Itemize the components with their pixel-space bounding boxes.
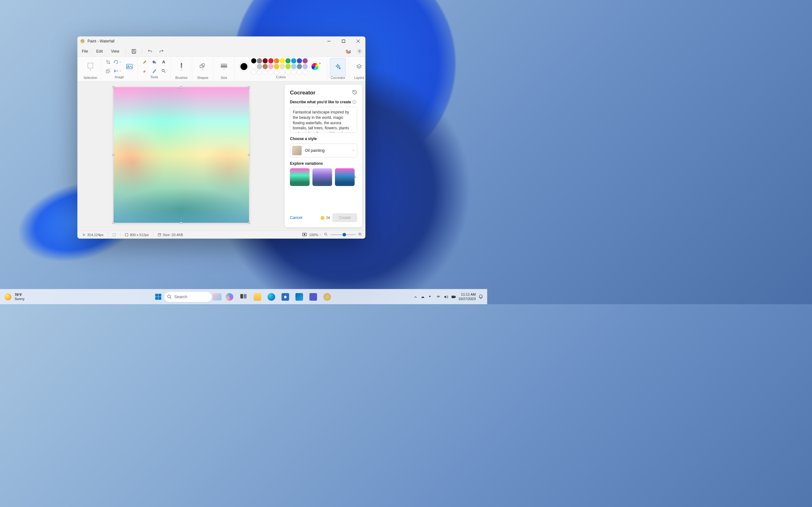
resize-handle[interactable]	[113, 86, 114, 88]
system-tray[interactable]: ☁ ✦	[413, 295, 456, 299]
variation-thumbnail[interactable]	[312, 168, 332, 186]
minimize-button[interactable]	[322, 37, 336, 46]
color-swatch[interactable]	[303, 58, 308, 63]
color-swatch[interactable]	[274, 58, 279, 63]
image-import-tool[interactable]	[124, 59, 135, 74]
empty-swatch[interactable]	[297, 70, 302, 75]
taskbar-weather[interactable]: 78°F Sunny	[0, 293, 24, 300]
empty-swatch[interactable]	[286, 70, 291, 75]
prompt-textarea[interactable]	[290, 107, 357, 133]
language-icon[interactable]: ✦	[428, 295, 433, 299]
color-swatch[interactable]	[286, 64, 291, 69]
empty-swatch[interactable]	[268, 70, 273, 75]
chevron-up-icon[interactable]	[413, 295, 418, 299]
menu-edit[interactable]: Edit	[93, 48, 106, 55]
fill-tool[interactable]	[150, 58, 159, 66]
resize-handle[interactable]	[248, 154, 250, 156]
zoom-slider[interactable]	[331, 234, 356, 235]
wifi-icon[interactable]	[436, 295, 441, 299]
titlebar[interactable]: Paint - Waterfall	[78, 37, 365, 46]
color-swatch[interactable]	[280, 64, 285, 69]
taskbar-store[interactable]	[280, 291, 292, 303]
menu-file[interactable]: File	[79, 48, 91, 55]
start-button[interactable]	[154, 293, 162, 301]
empty-swatch[interactable]	[280, 70, 285, 75]
resize-handle[interactable]	[248, 86, 250, 88]
shapes-tool[interactable]	[195, 58, 211, 76]
crop-tool[interactable]	[104, 58, 113, 66]
history-button[interactable]	[352, 90, 357, 96]
current-color[interactable]	[239, 62, 249, 71]
taskbar-teams[interactable]	[307, 291, 319, 303]
onedrive-icon[interactable]: ☁	[421, 295, 425, 299]
info-icon[interactable]: i	[352, 100, 356, 104]
size-tool[interactable]	[216, 58, 232, 76]
color-swatch[interactable]	[297, 64, 302, 69]
color-swatch[interactable]	[274, 64, 279, 69]
color-swatch[interactable]	[303, 64, 308, 69]
taskbar-edge[interactable]	[265, 291, 277, 303]
pencil-tool[interactable]	[140, 58, 149, 66]
zoom-level[interactable]: 100%	[309, 233, 322, 237]
color-swatch[interactable]	[291, 58, 296, 63]
color-swatch[interactable]	[251, 64, 256, 69]
fit-to-window[interactable]	[302, 233, 307, 237]
rotate-tool[interactable]	[113, 58, 122, 66]
empty-swatch[interactable]	[263, 70, 268, 75]
layers-button[interactable]	[351, 58, 365, 76]
zoom-out[interactable]	[324, 233, 328, 237]
copilot-button[interactable]: 🐿️	[343, 47, 353, 55]
resize-handle[interactable]	[180, 86, 182, 88]
battery-icon[interactable]	[451, 295, 456, 299]
color-swatch[interactable]	[257, 58, 262, 63]
resize-handle[interactable]	[113, 154, 114, 156]
color-swatch[interactable]	[263, 64, 268, 69]
taskbar-outlook[interactable]	[293, 291, 305, 303]
color-swatch[interactable]	[263, 58, 268, 63]
color-picker-tool[interactable]	[150, 67, 159, 75]
color-swatch[interactable]	[291, 64, 296, 69]
taskbar-taskview[interactable]	[238, 291, 250, 303]
color-swatch[interactable]	[297, 58, 302, 63]
color-wheel[interactable]	[311, 63, 318, 70]
selection-tool[interactable]	[83, 58, 98, 76]
color-swatch[interactable]	[268, 64, 273, 69]
empty-swatch[interactable]	[257, 70, 262, 75]
menu-view[interactable]: View	[108, 48, 122, 55]
canvas-viewport[interactable]	[78, 81, 285, 230]
flip-tool[interactable]	[113, 67, 122, 75]
eraser-tool[interactable]	[140, 67, 149, 75]
cancel-button[interactable]: Cancel	[290, 216, 302, 220]
color-swatch[interactable]	[257, 64, 262, 69]
resize-handle[interactable]	[113, 222, 114, 224]
empty-swatch[interactable]	[274, 70, 279, 75]
color-swatch[interactable]	[280, 58, 285, 63]
variation-thumbnail[interactable]	[335, 168, 355, 186]
color-swatch[interactable]	[268, 58, 273, 63]
volume-icon[interactable]	[444, 295, 448, 299]
taskbar-clock[interactable]: 11:11 AM 10/27/2023	[458, 292, 476, 301]
resize-handle[interactable]	[248, 222, 250, 224]
color-swatch[interactable]	[251, 58, 256, 63]
resize-tool[interactable]	[104, 67, 113, 75]
notifications-button[interactable]	[478, 294, 484, 300]
cocreator-button[interactable]	[330, 58, 346, 76]
resize-handle[interactable]	[180, 222, 182, 224]
taskbar-paint[interactable]	[321, 291, 334, 303]
text-tool[interactable]: A	[159, 58, 168, 66]
style-picker[interactable]: Oil painting	[290, 144, 357, 158]
variation-thumbnail[interactable]	[290, 168, 310, 186]
taskbar-copilot[interactable]	[223, 291, 236, 303]
create-button[interactable]: Create	[333, 213, 357, 222]
search-highlight[interactable]	[213, 293, 222, 300]
empty-swatch[interactable]	[303, 70, 308, 75]
canvas[interactable]	[113, 87, 249, 223]
empty-swatch[interactable]	[251, 70, 256, 75]
brushes-tool[interactable]	[173, 58, 189, 76]
undo-button[interactable]	[145, 47, 155, 55]
magnifier-tool[interactable]	[159, 67, 168, 75]
settings-button[interactable]	[355, 47, 364, 55]
maximize-button[interactable]	[336, 37, 351, 46]
close-button[interactable]	[351, 37, 365, 46]
taskbar-explorer[interactable]	[252, 291, 264, 303]
